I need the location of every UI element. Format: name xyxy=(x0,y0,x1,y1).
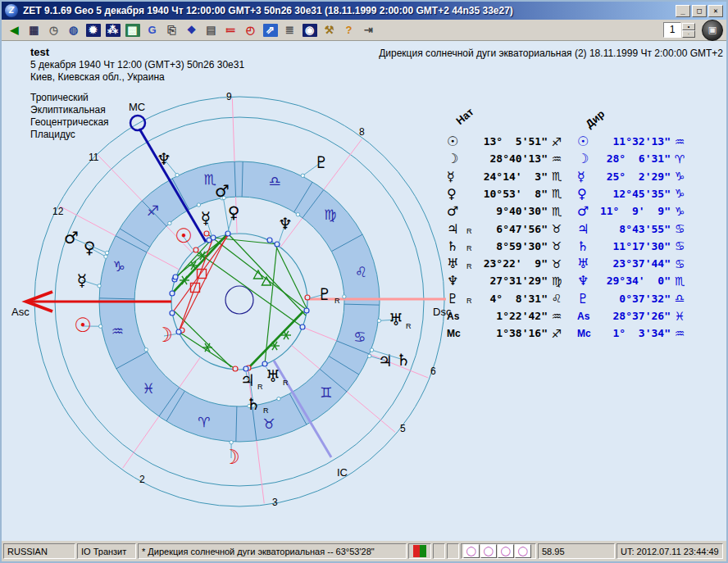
directed-sign-glyph: ♑ xyxy=(671,205,689,218)
planet-pluto: ♇ xyxy=(317,284,332,304)
status-value: 58.95 xyxy=(538,543,615,559)
directed-planet-glyph: ♄ xyxy=(577,238,597,254)
retrograde-flag: R xyxy=(283,379,289,387)
directed-sign-glyph: ♒ xyxy=(671,135,689,148)
time-tools-icon[interactable]: ◴ xyxy=(241,21,260,39)
galaxy-settings-icon[interactable]: ◉ xyxy=(300,21,319,39)
spin-up-button[interactable]: • xyxy=(682,23,695,30)
directed-position: 11°32'13" xyxy=(597,135,671,148)
chart-name: test xyxy=(30,46,244,58)
status-message: * Дирекция солнечной дуги экваториальная… xyxy=(138,543,407,559)
natal-sign-glyph: ♏ xyxy=(548,205,566,218)
directed-planet-glyph: ☽ xyxy=(577,151,597,166)
tools-icon[interactable]: ⚒ xyxy=(320,21,339,39)
house-number-3: 3 xyxy=(272,497,278,508)
interpretation-icon[interactable]: ≔ xyxy=(221,21,240,39)
planet-dir-mars: ♂ xyxy=(64,228,79,247)
position-row-moon: ☽28°40'13"♒☽28° 6'31"♈ xyxy=(447,150,689,167)
planet-dir-saturn: ♄ xyxy=(396,350,411,370)
exit-icon[interactable]: ⇥ xyxy=(359,21,378,39)
notes-icon[interactable]: ≣ xyxy=(280,21,299,39)
clock-icon[interactable]: ◷ xyxy=(44,21,63,39)
planet-sun: ☉ xyxy=(175,225,193,247)
directed-position: 25° 2'29" xyxy=(597,170,671,183)
natal-planet-glyph: ♄ xyxy=(447,238,466,254)
chart-area: ♒♓♈♉♊♋♌♍♎♏♐♑AscDscMCIC2356891112☉☽☿♀♂♃R♄… xyxy=(2,41,728,544)
natal-sign-glyph: ♉ xyxy=(548,257,566,270)
directed-planet-glyph: ☉ xyxy=(577,134,597,149)
back-icon[interactable]: ◀ xyxy=(5,21,24,39)
natal-planet-glyph: ♃ xyxy=(447,221,466,237)
book-icon[interactable]: ❖ xyxy=(182,21,201,39)
zodiac-sign-glyph: ♈ xyxy=(198,414,210,430)
directed-position: 29°34' 0" xyxy=(597,275,671,287)
directed-sign-glyph: ♒ xyxy=(671,327,689,340)
planet-uranus: ♅ xyxy=(266,366,280,386)
wheel-button-2[interactable]: ◯ xyxy=(480,544,497,558)
star-sky-icon[interactable]: ⁂ xyxy=(103,21,122,39)
ic-label: IC xyxy=(337,466,348,479)
chart-number-input[interactable]: 1 xyxy=(663,22,681,38)
document-icon[interactable]: ▤ xyxy=(202,21,221,39)
chart-wheel-icon[interactable]: ◍ xyxy=(64,21,83,39)
directed-position: 8°43'55" xyxy=(597,223,671,235)
transfer-icon[interactable]: ⇗ xyxy=(261,21,280,39)
recenter-button[interactable]: ▣ xyxy=(702,20,723,41)
help-bell-icon[interactable]: ? xyxy=(339,21,358,39)
setting-item: Эклиптикальная xyxy=(30,104,109,116)
chart-date: 5 декабря 1940 Чт 12:00 (GMT+3) 50n26 30… xyxy=(30,59,244,70)
wheel-button-3[interactable]: ◯ xyxy=(498,544,514,558)
directed-sign-glyph: ♈ xyxy=(671,152,689,166)
natal-sign-glyph: ♍ xyxy=(548,275,566,288)
natal-planet-glyph: ♀ xyxy=(447,186,466,202)
maximize-button[interactable]: □ xyxy=(692,5,707,17)
status-mode: IO Транзит xyxy=(77,543,136,559)
directed-position: 1° 3'34" xyxy=(597,327,671,339)
zodiac-sign-glyph: ♑ xyxy=(113,258,125,275)
directed-planet-glyph: ♇ xyxy=(577,291,597,306)
natal-retrograde-flag: R xyxy=(466,297,474,305)
position-row-mercury: ☿24°14' 3"♏☿25° 2'29"♑ xyxy=(447,168,689,185)
natal-sign-glyph: ♒ xyxy=(548,310,566,323)
wheel-button-1[interactable]: ◯ xyxy=(463,544,480,558)
atlas-icon[interactable]: ▩ xyxy=(123,21,142,39)
directed-planet-glyph: As xyxy=(577,311,597,322)
chart-header: test 5 декабря 1940 Чт 12:00 (GMT+3) 50n… xyxy=(30,46,244,83)
planet-dir-mercury: ☿ xyxy=(77,270,87,290)
directed-planet-glyph: ♆ xyxy=(577,273,597,288)
natal-sign-glyph: ♏ xyxy=(548,187,566,200)
close-button[interactable]: ✕ xyxy=(708,5,723,17)
chart-settings: ТропическийЭклиптикальнаяГеоцентрическая… xyxy=(30,92,109,141)
zodiac-sign-glyph: ♍ xyxy=(324,207,336,223)
position-row-pluto: ♇R 4° 8'31"♌♇ 0°37'32"♎ xyxy=(447,290,689,307)
copy-icon[interactable]: ⎘ xyxy=(162,21,181,39)
planet-sky-icon[interactable]: ✹ xyxy=(84,21,102,39)
directed-planet-glyph: ♂ xyxy=(577,203,597,219)
natal-position: 27°31'29" xyxy=(474,275,548,287)
status-blank-2 xyxy=(447,543,459,559)
natal-planet-glyph: ☉ xyxy=(447,134,466,149)
natal-sign-glyph: ♒ xyxy=(548,152,566,166)
toolbar: ◀▦◷◍✹⁂▩G⎘❖▤≔◴⇗≣◉⚒?⇥ 1 • · ▣ xyxy=(2,20,726,41)
house-number-12: 12 xyxy=(52,206,64,217)
natal-planet-glyph: ☽ xyxy=(447,151,466,166)
directed-sign-glyph: ♏ xyxy=(671,275,689,288)
wheel-button-4[interactable]: ◯ xyxy=(515,544,531,558)
zodiac-sign-glyph: ♊ xyxy=(320,384,332,401)
ephemeris-table-icon[interactable]: ▦ xyxy=(25,21,43,39)
position-row-jupiter: ♃R 6°47'56"♉♃ 8°43'55"♋ xyxy=(447,220,689,238)
title-bar: Z ZET 9.1.69 Geo 5 декабря 1940 Чт 12:00… xyxy=(2,2,726,20)
guide-icon[interactable]: G xyxy=(143,21,162,39)
natal-planet-glyph: ♇ xyxy=(447,291,466,306)
directed-sign-glyph: ♎ xyxy=(671,292,689,305)
house-number-6: 6 xyxy=(430,365,436,377)
natal-sign-glyph: ♉ xyxy=(548,222,566,235)
natal-position: 1°38'16" xyxy=(474,327,548,339)
directed-sign-glyph: ♋ xyxy=(671,257,689,270)
house-number-9: 9 xyxy=(226,91,232,102)
minimize-button[interactable]: _ xyxy=(676,5,690,17)
zodiac-sign-glyph: ♎ xyxy=(269,173,281,189)
planet-dir-jupiter: ♃ xyxy=(378,351,393,370)
spin-down-button[interactable]: · xyxy=(682,30,695,38)
directed-planet-glyph: ♅ xyxy=(577,256,597,271)
